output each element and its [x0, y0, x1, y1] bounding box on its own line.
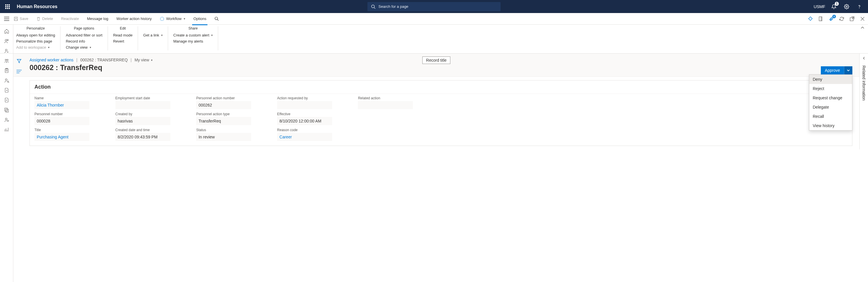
rail-people[interactable]	[0, 36, 13, 46]
svg-line-1	[374, 7, 375, 9]
breadcrumb-record: 000262 : TRANSFERREQ	[80, 58, 128, 62]
dropdown-item-reject[interactable]: Reject	[809, 84, 852, 93]
search-icon	[371, 4, 376, 9]
dropdown-item-recall[interactable]: Recall	[809, 112, 852, 121]
save-button[interactable]: Save	[11, 15, 31, 23]
rail-person-search[interactable]	[0, 76, 13, 85]
expand-related-info[interactable]	[862, 56, 866, 61]
rail-chart[interactable]	[0, 125, 13, 135]
name-field[interactable]: Alicia Thornber	[34, 101, 89, 109]
person-tag-icon	[4, 117, 9, 122]
always-open-editing[interactable]: Always open for editing	[16, 32, 55, 38]
record-info[interactable]: Record info	[66, 38, 102, 44]
message-log-button[interactable]: Message log	[84, 15, 112, 23]
get-a-link[interactable]: Get a link▾	[143, 32, 163, 38]
search-placeholder: Search for a page	[378, 4, 408, 9]
svg-point-0	[372, 5, 374, 8]
close-icon	[861, 17, 865, 21]
rail-group[interactable]	[0, 56, 13, 66]
ribbon-group-getlink: Get a link▾	[138, 26, 168, 50]
created-dt-field[interactable]: 8/2/2020 09:43:59 PM	[116, 133, 170, 141]
eff-field[interactable]: 8/10/2020 12:00:00 AM	[277, 117, 332, 125]
notifications-button[interactable]: 1	[830, 3, 838, 11]
reason-field[interactable]: Career	[277, 133, 332, 141]
svg-point-26	[7, 59, 8, 61]
approve-dropdown-toggle[interactable]	[844, 66, 852, 75]
rail-doc-out[interactable]	[0, 85, 13, 95]
svg-point-32	[7, 81, 9, 83]
personalize-icon[interactable]	[807, 16, 814, 22]
title-label: Title	[34, 128, 107, 132]
diamond-icon	[808, 17, 813, 21]
svg-line-33	[9, 82, 9, 83]
ribbon-group-edit: Edit Read mode Revert	[108, 26, 138, 50]
emp-start-field[interactable]	[116, 101, 170, 109]
help-icon	[857, 4, 862, 9]
group-icon	[4, 58, 9, 63]
breadcrumb-assigned[interactable]: Assigned worker actions	[30, 58, 73, 62]
hamburger-toggle[interactable]	[2, 17, 11, 21]
pnum-label: Personnel number	[34, 112, 107, 116]
dropdown-item-view-history[interactable]: View history	[809, 121, 852, 130]
arb-label: Action requested by	[277, 96, 349, 100]
workflow-button[interactable]: Workflow ▾	[157, 15, 188, 23]
popout-button[interactable]	[849, 16, 855, 22]
dropdown-item-deny[interactable]: Deny	[809, 75, 852, 84]
pan-field[interactable]: 000262	[196, 101, 251, 109]
rail-doc-in[interactable]	[0, 95, 13, 105]
waffle-menu-icon[interactable]	[2, 1, 13, 12]
created-by-field[interactable]: hasrivas	[116, 117, 170, 125]
revert[interactable]: Revert	[113, 38, 132, 44]
related-info-label[interactable]: Related information	[862, 65, 866, 101]
svg-rect-9	[15, 19, 18, 20]
svg-point-36	[5, 118, 7, 120]
options-tab[interactable]: Options	[190, 15, 209, 23]
help-button[interactable]	[855, 3, 863, 11]
delete-button[interactable]: Delete	[34, 15, 56, 23]
emp-start-label: Employment start date	[116, 96, 188, 100]
settings-button[interactable]	[842, 3, 850, 11]
status-field[interactable]: In review	[196, 133, 251, 141]
rail-person-tag[interactable]	[0, 115, 13, 125]
refresh-icon	[839, 17, 844, 21]
rail-clipboard[interactable]	[0, 66, 13, 76]
add-to-workspace[interactable]: Add to workspace▾	[16, 44, 55, 50]
filter-button[interactable]	[16, 58, 23, 64]
rail-copy[interactable]	[0, 105, 13, 115]
company-label[interactable]: USMF	[814, 4, 825, 9]
rail-home[interactable]	[0, 26, 13, 36]
list-button[interactable]	[16, 68, 23, 75]
attachments-button[interactable]: 0	[828, 16, 834, 22]
title-field[interactable]: Purchasing Agent	[34, 133, 89, 141]
ribbon-group-share: Share Create a custom alert▾ Manage my a…	[168, 26, 218, 50]
record-title-chip[interactable]: Record title	[423, 56, 451, 64]
pnum-field[interactable]: 000028	[34, 117, 89, 125]
manage-my-alerts[interactable]: Manage my alerts	[173, 38, 213, 44]
personalize-this-page[interactable]: Personalize this page	[16, 38, 55, 44]
chevron-down-icon: ▾	[184, 17, 185, 20]
pat-field[interactable]: TransferReq	[196, 117, 251, 125]
doc-in-icon	[4, 97, 9, 103]
right-panel: Related information	[859, 54, 868, 149]
worker-action-history-button[interactable]: Worker action history	[114, 15, 155, 23]
create-custom-alert[interactable]: Create a custom alert▾	[173, 32, 213, 38]
dropdown-item-delegate[interactable]: Delegate	[809, 103, 852, 112]
view-selector[interactable]: My view ▾	[134, 58, 153, 62]
dropdown-item-request-change[interactable]: Request change	[809, 93, 852, 103]
approve-button[interactable]: Approve	[821, 66, 844, 75]
refresh-button[interactable]	[838, 16, 845, 22]
change-view[interactable]: Change view▾	[66, 44, 102, 50]
svg-point-20	[5, 39, 7, 41]
related-field[interactable]	[358, 101, 413, 109]
collapse-ribbon[interactable]	[861, 26, 865, 31]
advanced-filter[interactable]: Advanced filter or sort	[66, 32, 102, 38]
reactivate-button[interactable]: Reactivate	[58, 15, 82, 23]
svg-point-31	[5, 79, 7, 81]
read-mode[interactable]: Read mode	[113, 32, 132, 38]
rail-person-add[interactable]	[0, 46, 13, 56]
find-button[interactable]	[212, 15, 222, 23]
close-button[interactable]	[859, 16, 866, 22]
arb-field[interactable]	[277, 101, 332, 109]
search-input[interactable]: Search for a page	[368, 2, 500, 11]
page-options-icon[interactable]	[818, 16, 824, 22]
